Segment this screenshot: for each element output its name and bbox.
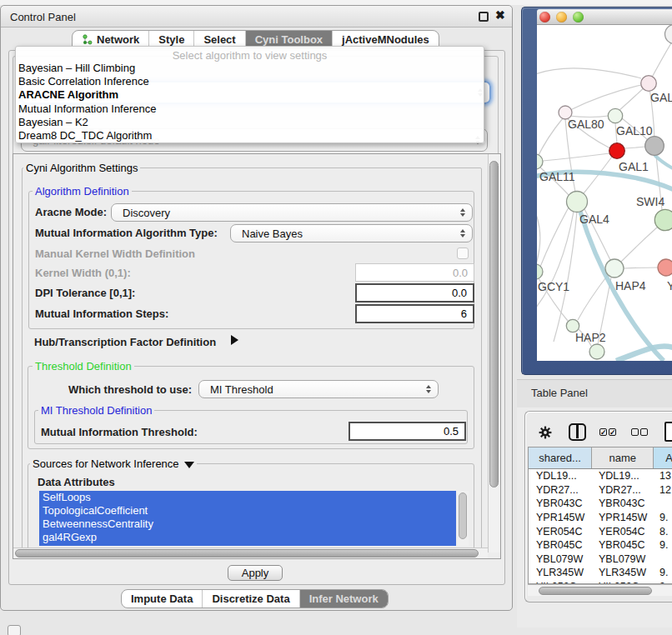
dropdown-item[interactable]: Mutual Information Inference <box>16 102 484 116</box>
node-label: GAL7 <box>650 91 672 104</box>
node-label: GCY1 <box>538 280 569 293</box>
hub-definition-label[interactable]: Hub/Transcription Factor Definition <box>34 336 216 348</box>
node-label: HAP4 <box>615 279 646 292</box>
attributes-list-scrollbar[interactable] <box>458 491 469 546</box>
columns-icon[interactable] <box>569 423 586 441</box>
node-label: HAP2 <box>575 331 606 344</box>
checked-pair-icon2[interactable]: ✓ <box>609 428 616 436</box>
table-panel-title: Table Panel <box>531 387 588 399</box>
sources-collapse-arrow-icon[interactable] <box>184 462 194 468</box>
which-threshold-combo[interactable]: MI Threshold <box>198 380 439 398</box>
gear-icon[interactable] <box>539 426 552 442</box>
kernel-width-label: Kernel Width (0,1): <box>35 267 131 279</box>
list-item[interactable]: gal4RGexp <box>39 531 456 544</box>
node-gcy1 <box>537 264 543 279</box>
panel-title: Control Panel <box>10 11 76 23</box>
dropdown-prompt: Select algorithm to view settings <box>16 49 484 62</box>
node-gal7 <box>641 76 657 92</box>
manual-kernel-checkbox[interactable] <box>457 248 469 259</box>
column-header-name[interactable]: name <box>592 448 654 468</box>
network-canvas[interactable]: GAL7 GAL80 GAL10 GAL1 GAL11 GAL4 SWI4 GC… <box>537 25 672 361</box>
tab-discretize-data[interactable]: Discretize Data <box>202 590 298 608</box>
dropdown-item[interactable]: Bayesian – K2 <box>16 116 484 129</box>
node <box>589 344 604 359</box>
dropdown-item[interactable]: Bayesian – Hill Climbing <box>16 62 484 75</box>
dpi-tolerance-label: DPI Tolerance [0,1]: <box>35 287 135 299</box>
tab-impute-data[interactable]: Impute Data <box>122 590 202 608</box>
node-swi4 <box>654 209 672 230</box>
unchecked-pair-icon[interactable] <box>631 428 639 436</box>
which-threshold-label: Which threshold to use: <box>68 383 192 396</box>
network-view-window: GAL7 GAL80 GAL10 GAL1 GAL11 GAL4 SWI4 GC… <box>521 7 672 375</box>
aracne-mode-label: Aracne Mode: <box>35 206 107 218</box>
aracne-mode-value: Discovery <box>123 207 170 219</box>
hub-expand-arrow-icon[interactable] <box>231 335 238 345</box>
close-icon[interactable]: ✖ <box>495 8 505 22</box>
node-label: GAL80 <box>568 118 604 131</box>
node <box>665 25 672 44</box>
mi-steps-input[interactable]: 6 <box>355 304 474 323</box>
table-row[interactable]: YDR27...YDR27...12 <box>529 483 672 498</box>
column-header-partial[interactable]: A <box>654 448 672 468</box>
checked-pair-icon[interactable]: ✓ <box>599 428 607 436</box>
table-row[interactable]: YBR045CYBR045C9. <box>529 538 672 552</box>
settings-vertical-scrollbar[interactable] <box>488 154 500 552</box>
node-salmon <box>658 259 672 276</box>
unchecked-pair-icon2[interactable] <box>640 428 648 436</box>
collapsed-panel-icon[interactable] <box>8 625 21 635</box>
settings-horizontal-scrollbar[interactable] <box>13 548 488 558</box>
dropdown-item[interactable]: Basic Correlation Inference <box>16 75 484 88</box>
mi-threshold-group-title: MI Threshold Definition <box>38 404 154 417</box>
node-label: GAL10 <box>616 124 653 138</box>
table-row[interactable]: YLR345WYLR345W9. <box>529 566 672 580</box>
algorithm-definition-title: Algorithm Definition <box>33 185 132 198</box>
mi-threshold-input[interactable]: 0.5 <box>349 422 466 441</box>
node-gal1 <box>609 143 625 159</box>
dpi-tolerance-input[interactable]: 0.0 <box>355 283 474 302</box>
dropdown-item-selected[interactable]: ARACNE Algorithm <box>16 88 484 102</box>
algorithm-dropdown: Select algorithm to view settings Bayesi… <box>15 46 484 143</box>
table-row[interactable]: YBR043CYBR043C <box>529 497 672 511</box>
node-label: GAL4 <box>579 212 609 226</box>
table-row[interactable]: YPR145WYPR145W9. <box>529 511 672 525</box>
mi-type-label: Mutual Information Algorithm Type: <box>35 227 218 239</box>
apply-button[interactable]: Apply <box>228 565 283 581</box>
network-icon <box>82 34 93 45</box>
table-row[interactable]: YBL079WYBL079W <box>529 552 672 567</box>
mi-steps-label: Mutual Information Steps: <box>35 308 168 320</box>
data-attributes-list[interactable]: SelfLoops TopologicalCoefficient Between… <box>39 491 456 546</box>
network-window-titlebar[interactable] <box>537 9 672 25</box>
table-row[interactable]: YDL19...YDL19...13 <box>529 469 672 483</box>
node-hap4 <box>605 259 624 278</box>
list-item[interactable]: BetweennessCentrality <box>39 518 456 531</box>
list-item[interactable]: TopologicalCoefficient <box>39 504 456 518</box>
mi-threshold-label: Mutual Information Threshold: <box>41 426 198 438</box>
sources-title: Sources for Network Inference <box>30 458 197 470</box>
table-row[interactable]: YER054CYER054C8. <box>529 524 672 538</box>
mi-type-value: Naive Bayes <box>242 228 303 240</box>
node-label: GAL1 <box>619 160 649 173</box>
table-horizontal-scrollbar[interactable] <box>528 584 672 596</box>
node-gal11 <box>537 154 543 169</box>
aracne-mode-combo[interactable]: Discovery <box>111 203 473 222</box>
data-attributes-label: Data Attributes <box>38 476 115 488</box>
zoom-traffic-icon[interactable] <box>573 12 584 22</box>
mi-type-combo[interactable]: Naive Bayes <box>230 224 473 242</box>
minimize-traffic-icon[interactable] <box>556 12 567 22</box>
float-icon[interactable] <box>479 12 489 22</box>
column-header-shared-name[interactable]: shared... <box>529 448 592 468</box>
close-traffic-icon[interactable] <box>539 12 550 22</box>
kernel-width-input[interactable]: 0.0 <box>355 263 474 282</box>
tab-infer-network[interactable]: Infer Network <box>299 590 388 608</box>
cyni-bottom-tabs: Impute Data Discretize Data Infer Networ… <box>121 589 389 608</box>
which-threshold-value: MI Threshold <box>210 383 273 396</box>
doc-icon[interactable] <box>664 422 672 442</box>
node-gray <box>645 137 664 156</box>
node-label: SWI4 <box>636 195 664 208</box>
control-panel-titlebar: Control Panel ✖ <box>1 6 512 28</box>
threshold-definition-title: Threshold Definition <box>33 360 134 372</box>
dropdown-item[interactable]: Dream8 DC_TDC Algorithm <box>16 129 484 142</box>
list-item[interactable]: SelfLoops <box>39 491 456 504</box>
node-label: GAL11 <box>539 170 575 183</box>
table-body: YDL19...YDL19...13 YDR27...YDR27...12 YB… <box>529 469 672 584</box>
